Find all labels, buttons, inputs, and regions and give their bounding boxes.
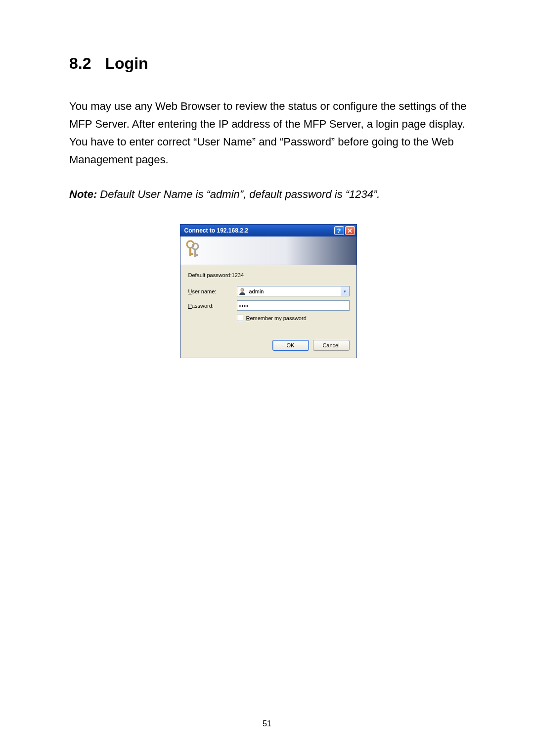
password-row: Password: ••••: [187, 300, 350, 311]
svg-point-6: [240, 288, 243, 291]
note-label: Note:: [69, 188, 97, 200]
keys-icon: [184, 239, 353, 259]
user-icon: [238, 287, 246, 295]
page-number: 51: [0, 719, 534, 728]
svg-rect-2: [189, 253, 193, 255]
chevron-down-icon[interactable]: ▾: [341, 286, 349, 296]
realm-text: Default password:1234: [187, 272, 350, 278]
remember-row: Remember my password: [237, 315, 350, 321]
title-bar[interactable]: Connect to 192.168.2.2 ? ✕: [180, 225, 356, 236]
remember-checkbox[interactable]: [237, 315, 243, 321]
section-title: Login: [105, 54, 148, 72]
section-heading: 8.2Login: [69, 54, 467, 73]
svg-rect-1: [189, 247, 191, 256]
close-icon[interactable]: ✕: [345, 226, 355, 235]
username-combo[interactable]: admin ▾: [237, 286, 350, 296]
help-icon[interactable]: ?: [334, 226, 344, 235]
remember-label: Remember my password: [246, 315, 307, 321]
cancel-button[interactable]: Cancel: [313, 340, 350, 351]
note-text: Default User Name is “admin”, default pa…: [97, 188, 380, 200]
password-label: Password:: [187, 303, 237, 309]
username-value: admin: [248, 288, 341, 294]
intro-paragraph: You may use any Web Browser to review th…: [69, 97, 467, 169]
dialog-body: Default password:1234 User name: admin ▾: [180, 265, 356, 326]
password-field[interactable]: ••••: [237, 300, 350, 311]
section-number: 8.2: [69, 54, 91, 73]
svg-rect-5: [194, 254, 198, 256]
dialog-header-strip: [180, 236, 356, 265]
ok-button[interactable]: OK: [272, 340, 309, 351]
login-dialog: Connect to 192.168.2.2 ? ✕ Default passw…: [180, 224, 357, 358]
username-row: User name: admin ▾: [187, 286, 350, 296]
username-label: User name:: [187, 288, 237, 294]
window-title: Connect to 192.168.2.2: [184, 227, 333, 234]
note-line: Note: Default User Name is “admin”, defa…: [69, 186, 467, 203]
button-row: OK Cancel: [180, 326, 356, 358]
